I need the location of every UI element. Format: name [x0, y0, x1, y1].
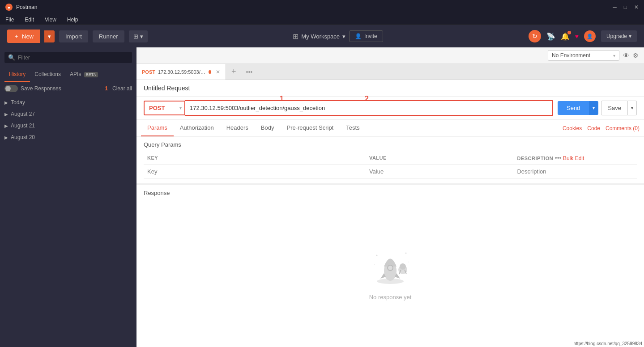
description-input[interactable]	[517, 168, 633, 175]
profile-avatar[interactable]: 👤	[584, 30, 596, 42]
menu-help[interactable]: Help	[65, 16, 80, 24]
app-logo: ●	[5, 4, 13, 11]
chevron-right-icon-2: ▶	[4, 112, 8, 117]
method-select[interactable]: POST GET PUT DELETE PATCH	[145, 102, 177, 114]
content-area: No Environment ▾ 👁 ⚙ POST 172.30.12.59:5…	[136, 47, 644, 347]
code-link[interactable]: Code	[587, 125, 600, 131]
new-button[interactable]: ＋ New	[7, 30, 40, 43]
search-icon: 🔍	[8, 54, 15, 61]
history-group-header-aug21[interactable]: ▶ August 21	[0, 120, 136, 131]
sidebar-tabs: History Collections APIs BETA	[0, 68, 136, 82]
chevron-right-icon-3: ▶	[4, 123, 8, 128]
beta-badge: BETA	[84, 72, 98, 77]
sync-button[interactable]: ↻	[529, 30, 541, 42]
save-button[interactable]: Save	[601, 101, 628, 115]
key-column-header: KEY	[144, 152, 366, 165]
minimize-button[interactable]: ─	[613, 4, 617, 10]
request-tab[interactable]: POST 172.30.12.59:5003/outlier_det... ✕	[136, 64, 226, 80]
request-title: Untitled Request	[144, 85, 190, 92]
response-empty: No response yet	[144, 200, 637, 343]
sidebar-actions: Save Responses 1 Clear all	[0, 82, 136, 95]
request-area: Untitled Request 1 2 POST GET PUT DELETE	[136, 80, 644, 347]
chevron-right-icon: ▶	[4, 100, 8, 105]
tab-bar: POST 172.30.12.59:5003/outlier_det... ✕ …	[136, 64, 644, 80]
req-tab-authorization[interactable]: Authorization	[174, 120, 220, 136]
req-tab-params[interactable]: Params	[141, 120, 174, 136]
filter-input[interactable]	[18, 55, 128, 61]
import-button[interactable]: Import	[59, 30, 88, 42]
send-button[interactable]: Send	[558, 101, 589, 115]
url-input[interactable]	[185, 101, 552, 115]
workspace-arrow-icon: ▾	[342, 33, 345, 40]
top-toolbar: ＋ New ▾ Import Runner ⊞ ▾ ⊞ My Workspace…	[0, 25, 644, 47]
params-row	[144, 165, 637, 179]
more-options-button[interactable]: •••	[555, 154, 562, 161]
maximize-button[interactable]: □	[624, 4, 627, 10]
menu-view[interactable]: View	[43, 16, 58, 24]
sync-icon: ↻	[529, 30, 541, 42]
notification-badge	[567, 31, 571, 34]
history-group-header-aug20[interactable]: ▶ August 20	[0, 131, 136, 143]
params-section: Query Params KEY VALUE DESCRIPTION	[136, 137, 644, 183]
heart-button[interactable]: ♥	[575, 33, 579, 40]
tab-more-button[interactable]: •••	[242, 68, 257, 76]
tab-close-button[interactable]: ✕	[216, 69, 220, 75]
workspace-button[interactable]: ⊞ My Workspace ▾	[293, 32, 345, 41]
send-dropdown-button[interactable]: ▾	[589, 101, 598, 115]
main-layout: 🔍 History Collections APIs BETA Save Res…	[0, 47, 644, 347]
request-title-bar: Untitled Request	[136, 80, 644, 97]
annotation-2: 2	[365, 95, 369, 103]
req-tab-headers[interactable]: Headers	[220, 120, 255, 136]
save-responses-toggle[interactable]	[4, 85, 18, 92]
filter-input-wrap[interactable]: 🔍	[4, 52, 132, 63]
history-group-header-aug27[interactable]: ▶ August 27	[0, 108, 136, 120]
environment-selector[interactable]: No Environment ▾	[548, 50, 619, 61]
eye-button[interactable]: 👁	[623, 52, 629, 59]
query-params-title: Query Params	[144, 141, 637, 148]
gear-button[interactable]: ⚙	[633, 52, 639, 59]
save-dropdown-button[interactable]: ▾	[628, 101, 637, 115]
history-group-today: ▶ Today	[0, 97, 136, 108]
req-tab-body[interactable]: Body	[255, 120, 281, 136]
sidebar-list: ▶ Today ▶ August 27 ▶ August 21 ▶	[0, 95, 136, 347]
menu-bar: File Edit View Help	[0, 14, 644, 25]
title-bar: ● Postman ─ □ ✕	[0, 0, 644, 14]
tab-method: POST	[142, 69, 155, 75]
runner-button[interactable]: Runner	[93, 30, 124, 42]
history-counter: 1	[105, 85, 108, 92]
plus-icon: ＋	[13, 32, 19, 40]
invite-button[interactable]: 👤 Invite	[349, 30, 383, 42]
response-section: Response	[136, 183, 644, 347]
sidebar-search: 🔍	[0, 47, 136, 68]
menu-edit[interactable]: Edit	[23, 16, 36, 24]
url-input-wrap[interactable]	[185, 100, 553, 116]
clear-all-button[interactable]: Clear all	[112, 85, 132, 92]
env-label: No Environment	[552, 52, 590, 59]
req-tab-prerequest[interactable]: Pre-request Script	[280, 120, 340, 136]
tab-add-button[interactable]: +	[226, 67, 242, 76]
req-tab-tests[interactable]: Tests	[340, 120, 366, 136]
new-dropdown-button[interactable]: ▾	[44, 30, 55, 42]
tab-history[interactable]: History	[4, 68, 30, 82]
app-name: Postman	[16, 4, 37, 10]
comments-link[interactable]: Comments (0)	[606, 125, 640, 131]
history-group-header-today[interactable]: ▶ Today	[0, 97, 136, 108]
svg-point-8	[376, 255, 378, 256]
key-input[interactable]	[147, 168, 362, 175]
no-response-text: No response yet	[369, 294, 412, 300]
sidebar: 🔍 History Collections APIs BETA Save Res…	[0, 47, 136, 347]
cookies-link[interactable]: Cookies	[563, 125, 582, 131]
menu-file[interactable]: File	[4, 16, 16, 24]
description-column-header: DESCRIPTION ••• Bulk Edit	[513, 152, 637, 165]
env-arrow-icon: ▾	[613, 53, 615, 58]
close-button[interactable]: ✕	[634, 4, 639, 10]
satellite-icon-button[interactable]: 📡	[546, 32, 555, 41]
value-input[interactable]	[369, 168, 510, 175]
save-responses-label: Save Responses	[21, 85, 61, 92]
response-title: Response	[144, 190, 170, 196]
upgrade-button[interactable]: Upgrade ▾	[601, 30, 637, 42]
layout-button[interactable]: ⊞ ▾	[129, 30, 148, 42]
bulk-edit-button[interactable]: Bulk Edit	[563, 155, 584, 161]
tab-apis[interactable]: APIs BETA	[65, 68, 102, 82]
tab-collections[interactable]: Collections	[30, 68, 65, 82]
